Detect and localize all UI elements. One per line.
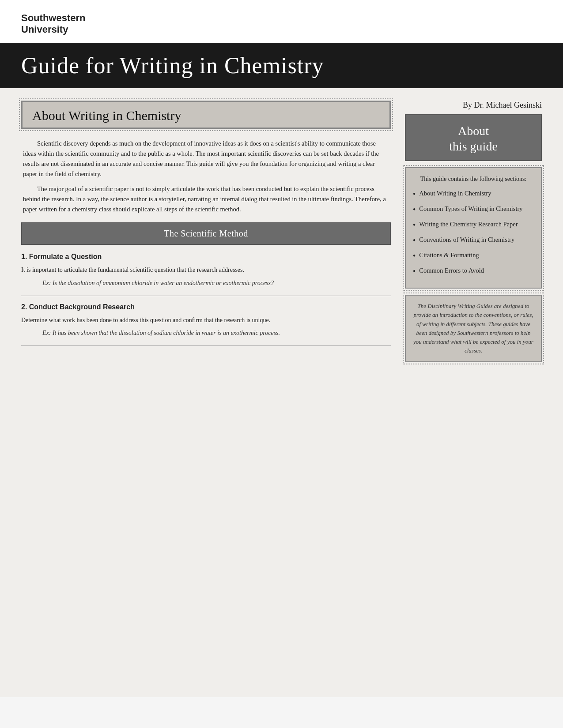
about-writing-box: About Writing in Chemistry [21,101,391,129]
title-bar: Guide for Writing in Chemistry [0,43,563,88]
guide-sections-intro: This guide contains the following sectio… [413,174,534,184]
list-item: Conventions of Writing in Chemistry [413,235,534,246]
list-item: Common Types of Writing in Chemistry [413,204,534,215]
list-item: Writing the Chemistry Research Paper [413,220,534,231]
about-guide-box: About this guide [405,114,542,161]
left-column: About Writing in Chemistry Scientific di… [21,101,405,679]
scientific-method-heading: The Scientific Method [31,229,381,239]
list-item: About Writing in Chemistry [413,189,534,200]
university-header: Southwestern University [0,0,563,43]
university-name: Southwestern University [21,12,542,36]
author-byline: By Dr. Michael Gesinski [405,101,542,110]
section-1-example: Ex: Is the dissolution of ammonium chlor… [42,278,391,288]
about-para-1: Scientific discovery depends as much on … [23,139,389,180]
right-column: By Dr. Michael Gesinski About this guide… [405,101,542,679]
guide-sections-box: This guide contains the following sectio… [405,167,542,289]
section-2-desc: Determine what work has been done to add… [21,315,391,325]
scientific-method-box: The Scientific Method [21,222,391,245]
about-writing-heading: About Writing in Chemistry [32,108,380,123]
guide-sections-list: About Writing in Chemistry Common Types … [413,189,534,278]
page-title: Guide for Writing in Chemistry [21,53,542,79]
about-guide-heading: About this guide [413,123,534,154]
main-content: About Writing in Chemistry Scientific di… [0,88,563,697]
section-1-title: 1. Formulate a Question [21,253,391,261]
numbered-section-1: 1. Formulate a Question It is important … [21,253,391,288]
disclaimer-box: The Disciplinary Writing Guides are desi… [405,295,542,362]
numbered-section-2: 2. Conduct Background Research Determine… [21,303,391,338]
list-item: Common Errors to Avoid [413,266,534,277]
disclaimer-text: The Disciplinary Writing Guides are desi… [413,302,534,355]
section-2-example: Ex: It has been shown that the dissoluti… [42,328,391,338]
list-item: Citations & Formatting [413,251,534,262]
divider-2 [21,345,391,346]
divider-1 [21,296,391,296]
section-2-title: 2. Conduct Background Research [21,303,391,311]
about-para-2: The major goal of a scientific paper is … [23,184,389,215]
section-1-desc: It is important to articulate the fundam… [21,265,391,275]
about-writing-body: Scientific discovery depends as much on … [21,139,391,214]
